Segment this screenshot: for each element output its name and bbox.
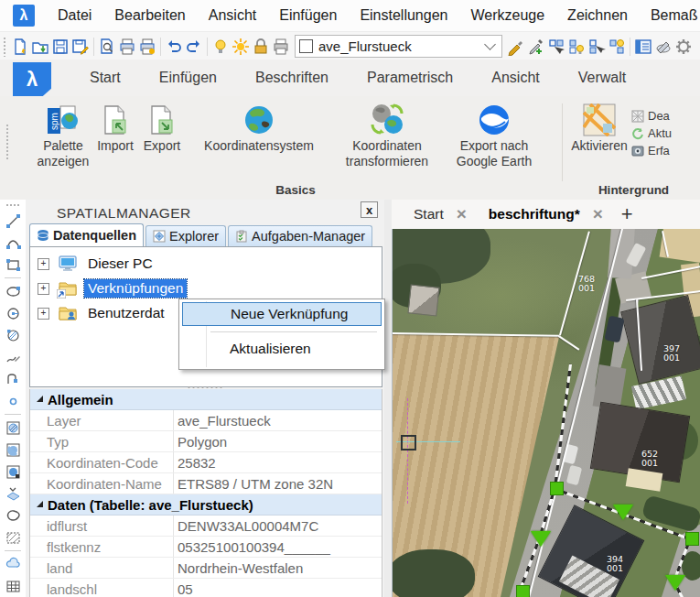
gradient-icon[interactable]	[3, 439, 23, 461]
drawing-tab-start[interactable]: Start ×	[414, 204, 467, 224]
vertex-grip[interactable]	[685, 532, 699, 546]
table-icon[interactable]	[3, 575, 23, 597]
match-properties-brush-icon[interactable]	[506, 37, 526, 57]
collapse-icon[interactable]	[37, 396, 43, 402]
isolate-objects-icon[interactable]	[566, 37, 587, 57]
export-google-earth-button[interactable]: Export nach Google Earth	[443, 102, 545, 169]
import-button[interactable]: Import	[93, 102, 137, 154]
ribbon-app-button[interactable]: λ	[13, 62, 51, 96]
panel-title-bar[interactable]: SPATIALMANAGER	[26, 203, 384, 223]
draw-line-icon[interactable]	[3, 210, 23, 232]
undo-icon[interactable]	[164, 37, 184, 57]
midpoint-grip[interactable]	[613, 505, 633, 520]
hide-objects-icon[interactable]	[587, 37, 607, 57]
layer-color-swatch[interactable]	[299, 39, 313, 53]
print-preview-icon[interactable]	[97, 37, 117, 57]
revision-cloud-icon[interactable]	[3, 553, 23, 575]
tree-item-benutzerdaten[interactable]: + Benutzerdat	[38, 302, 168, 324]
sun-icon[interactable]	[231, 37, 251, 57]
property-row[interactable]: land Nordrhein-Westfalen	[30, 558, 382, 579]
tab-aufgaben-manager[interactable]: Aufgaben-Manager	[228, 225, 372, 246]
menu-datei[interactable]: Datei	[58, 7, 92, 24]
redo-icon[interactable]	[184, 37, 204, 57]
koordinaten-transformieren-button[interactable]: Koordinaten transformieren	[331, 102, 443, 169]
expand-icon[interactable]: +	[38, 258, 49, 270]
hatch-icon[interactable]	[3, 417, 23, 439]
layer-combobox[interactable]: ave_Flurstueck	[295, 35, 502, 58]
expand-icon[interactable]: +	[38, 283, 49, 295]
toolbar-drag-handle[interactable]	[5, 203, 20, 208]
color-picker-icon[interactable]	[526, 37, 546, 57]
panel-close-button[interactable]: x	[361, 201, 378, 218]
toolbar-drag-handle[interactable]	[3, 37, 7, 57]
erfassen-button[interactable]: Erfa	[631, 142, 672, 159]
app-logo-icon[interactable]: λ	[13, 5, 35, 27]
menu-item-aktualisieren[interactable]: Aktualisieren	[182, 337, 382, 361]
printer-gray-icon[interactable]	[271, 37, 291, 57]
draw-sketch-icon[interactable]	[3, 346, 23, 368]
draw-polyline-arc-icon[interactable]	[3, 368, 23, 390]
new-drawing-tab-button[interactable]: +	[621, 202, 633, 226]
menu-ansicht[interactable]: Ansicht	[209, 7, 256, 24]
expand-icon[interactable]: +	[38, 308, 49, 320]
layers-panel-icon[interactable]	[633, 37, 653, 57]
vertex-grip[interactable]	[550, 482, 564, 495]
lock-icon[interactable]	[251, 37, 271, 57]
properties-section-daten[interactable]: Daten (Tabelle: ave_Flurstueck)	[30, 494, 382, 516]
plot-icon[interactable]	[137, 37, 157, 57]
close-tab-icon[interactable]: ×	[593, 204, 603, 224]
draw-point-icon[interactable]	[3, 390, 23, 412]
property-row[interactable]: idflurst DENW33AL00004M7C	[30, 516, 382, 537]
map-canvas[interactable]: 768001 397001 652001 394001	[392, 229, 700, 597]
draw-rectangle-icon[interactable]	[3, 254, 23, 276]
end-isolation-icon[interactable]	[607, 37, 627, 57]
ribbon-drag-handle[interactable]	[5, 124, 10, 160]
ribbon-tab-verwalten[interactable]: Verwalt	[578, 70, 626, 86]
menu-item-neue-verknuepfung[interactable]: Neue Verknüpfung	[182, 302, 382, 326]
ribbon-tab-start[interactable]: Start	[90, 70, 121, 86]
property-row[interactable]: landschl 05	[30, 579, 382, 597]
draw-ellipse-icon[interactable]	[3, 280, 23, 302]
collapse-icon[interactable]	[37, 501, 43, 507]
menu-einfuegen[interactable]: Einfügen	[279, 7, 337, 24]
export-button[interactable]: Export	[137, 102, 187, 154]
aktivieren-button[interactable]: Aktivieren	[567, 102, 631, 154]
ribbon-tab-beschriften[interactable]: Beschriften	[255, 70, 328, 86]
close-tab-icon[interactable]: ×	[457, 204, 467, 224]
midpoint-grip[interactable]	[665, 575, 685, 591]
property-row[interactable]: Koordinaten-Name ETRS89 / UTM zone 32N	[30, 473, 382, 494]
property-row[interactable]: Koordinaten-Code 25832	[30, 452, 382, 473]
chevron-down-icon[interactable]	[484, 38, 496, 50]
menu-bearbeiten[interactable]: Bearbeiten	[114, 7, 185, 24]
tab-explorer[interactable]: Explorer	[145, 225, 226, 246]
draw-hatched-circle-icon[interactable]	[3, 324, 23, 346]
ribbon-tab-einfuegen[interactable]: Einfügen	[159, 70, 217, 86]
save-as-icon[interactable]	[70, 37, 91, 57]
lightbulb-icon[interactable]	[210, 37, 231, 57]
select-similar-icon[interactable]	[546, 37, 566, 57]
palette-anzeigen-button[interactable]: spm Palette anzeigen	[33, 102, 93, 169]
property-row[interactable]: flstkennz 05325100100394______	[30, 537, 382, 558]
properties-section-allgemein[interactable]: Allgemein	[30, 389, 382, 410]
midpoint-grip[interactable]	[531, 531, 551, 547]
new-document-icon[interactable]	[10, 37, 30, 57]
property-row[interactable]: Layer ave_Flurstueck	[30, 410, 382, 431]
draw-circle-icon[interactable]	[3, 302, 23, 324]
aktualisieren-button[interactable]: Aktu	[631, 125, 672, 142]
solid-fill-icon[interactable]	[3, 461, 23, 483]
menu-werkzeuge[interactable]: Werkzeuge	[470, 7, 544, 24]
tree-item-verknuepfungen[interactable]: + Verknüpfungen	[38, 277, 187, 299]
boundary-icon[interactable]	[3, 505, 23, 526]
property-row[interactable]: Typ Polygon	[30, 431, 382, 452]
flatten-icon[interactable]	[3, 483, 23, 505]
settings-gear-icon[interactable]	[673, 37, 694, 57]
vertex-grip[interactable]	[516, 585, 530, 597]
koordinatensystem-button[interactable]: Koordinatensystem	[187, 102, 331, 154]
tab-datenquellen[interactable]: Datenquellen	[29, 223, 144, 246]
ribbon-tab-parametrisch[interactable]: Parametrisch	[367, 70, 453, 86]
draw-order-icon[interactable]	[653, 37, 673, 57]
drawing-tab-beschriftung[interactable]: beschriftung* ×	[489, 204, 603, 224]
menu-zeichnen[interactable]: Zeichnen	[567, 7, 628, 24]
print-icon[interactable]	[117, 37, 137, 57]
open-document-icon[interactable]	[30, 37, 50, 57]
